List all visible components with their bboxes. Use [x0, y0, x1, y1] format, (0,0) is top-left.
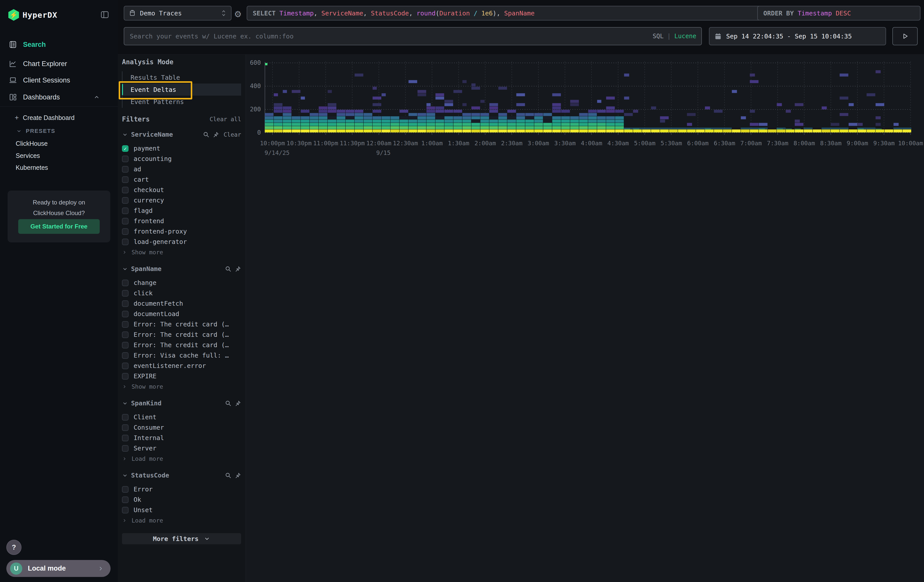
facet-option-documentfetch[interactable]: documentFetch: [122, 298, 241, 309]
search-icon[interactable]: [203, 131, 210, 138]
checkbox[interactable]: [122, 445, 129, 452]
facet-option-ad[interactable]: ad: [122, 164, 241, 174]
create-dashboard-button[interactable]: + Create Dashboard: [15, 112, 75, 123]
checkbox[interactable]: [122, 424, 129, 431]
pin-icon[interactable]: [234, 472, 241, 479]
checkbox[interactable]: [122, 187, 129, 193]
checkbox[interactable]: [122, 208, 129, 214]
checkbox[interactable]: [122, 218, 129, 224]
user-menu[interactable]: U Local mode: [6, 560, 111, 577]
facet-option-currency[interactable]: currency: [122, 195, 241, 206]
more-filters-button[interactable]: More filters: [122, 533, 241, 544]
checkbox[interactable]: [122, 414, 129, 420]
facet-show-more-button[interactable]: Show more: [122, 381, 241, 392]
facet-load-more-button[interactable]: Load more: [122, 515, 241, 526]
source-select[interactable]: Demo Traces: [124, 6, 231, 20]
facet-header[interactable]: StatusCode: [122, 472, 241, 479]
time-range-picker[interactable]: Sep 14 22:04:35 - Sep 15 10:04:35: [709, 27, 886, 45]
sidebar-item-dashboards[interactable]: Dashboards: [8, 91, 110, 104]
checkbox-checked[interactable]: ✓: [122, 145, 129, 152]
sidebar-item-clickhouse[interactable]: ClickHouse: [16, 138, 48, 149]
facet-option-expire[interactable]: EXPIRE: [122, 371, 241, 381]
tab-event-patterns[interactable]: Event Patterns: [122, 96, 241, 108]
facet-option-server[interactable]: Server: [122, 443, 241, 453]
facet-option-error[interactable]: Error: [122, 484, 241, 495]
facet-option-accounting[interactable]: accounting: [122, 153, 241, 164]
checkbox[interactable]: [122, 197, 129, 204]
tab-event-deltas[interactable]: Event Deltas: [122, 84, 241, 96]
facet-option-frontend-proxy[interactable]: frontend-proxy: [122, 226, 241, 237]
facet-option-ok[interactable]: Ok: [122, 495, 241, 505]
checkbox[interactable]: [122, 156, 129, 162]
facet-option-cart[interactable]: cart: [122, 174, 241, 185]
chevron-down-icon[interactable]: [122, 266, 128, 272]
checkbox[interactable]: [122, 352, 129, 359]
facet-option-documentload[interactable]: documentLoad: [122, 309, 241, 319]
search-icon[interactable]: [225, 400, 231, 407]
chevron-up-icon[interactable]: [93, 94, 100, 101]
facet-clear-button[interactable]: Clear: [224, 131, 241, 138]
sidebar-item-search[interactable]: Search: [8, 38, 46, 51]
tab-results-table[interactable]: Results Table: [122, 71, 241, 84]
checkbox[interactable]: [122, 166, 129, 173]
language-toggle[interactable]: SQL | Lucene: [653, 33, 696, 40]
help-button[interactable]: ?: [6, 540, 21, 555]
checkbox[interactable]: [122, 321, 129, 328]
facet-option-error-visa-cache-full-[interactable]: Error: Visa cache full: …: [122, 350, 241, 361]
facet-load-more-button[interactable]: Load more: [122, 453, 241, 464]
checkbox[interactable]: [122, 239, 129, 245]
checkbox[interactable]: [122, 311, 129, 317]
checkbox[interactable]: [122, 373, 129, 379]
facet-option-error-the-credit-card-[interactable]: Error: The credit card (…: [122, 340, 241, 350]
brand-logo[interactable]: ⚡ HyperDX: [8, 9, 58, 21]
facet-option-internal[interactable]: Internal: [122, 433, 241, 443]
chevron-down-icon[interactable]: [122, 472, 128, 478]
checkbox[interactable]: [122, 507, 129, 513]
facet-header[interactable]: ServiceNameClear: [122, 130, 241, 138]
checkbox[interactable]: [122, 280, 129, 286]
toggle-sql[interactable]: SQL: [653, 33, 663, 40]
search-icon[interactable]: [225, 266, 231, 272]
pin-icon[interactable]: [234, 266, 241, 272]
pin-icon[interactable]: [234, 400, 241, 407]
pin-icon[interactable]: [213, 131, 219, 138]
search-input[interactable]: [129, 32, 653, 40]
clear-all-button[interactable]: Clear all: [210, 116, 241, 122]
checkbox[interactable]: [122, 300, 129, 307]
checkbox[interactable]: [122, 496, 129, 503]
checkbox[interactable]: [122, 228, 129, 235]
checkbox[interactable]: [122, 342, 129, 348]
checkbox[interactable]: [122, 176, 129, 183]
gear-icon[interactable]: ⚙: [234, 9, 242, 19]
checkbox[interactable]: [122, 331, 129, 338]
facet-header[interactable]: SpanName: [122, 265, 241, 273]
sidebar-item-chart-explorer[interactable]: Chart Explorer: [8, 57, 67, 70]
facet-option-payment[interactable]: ✓payment: [122, 143, 241, 153]
checkbox[interactable]: [122, 290, 129, 297]
sidebar-item-services[interactable]: Services: [16, 150, 40, 161]
run-query-button[interactable]: [893, 27, 918, 45]
order-by-editor[interactable]: ORDER BY Timestamp DESC: [757, 6, 921, 20]
facet-header[interactable]: SpanKind: [122, 399, 241, 407]
toggle-lucene[interactable]: Lucene: [674, 33, 696, 40]
facet-option-eventlistener-error[interactable]: eventListener.error: [122, 361, 241, 371]
facet-option-error-the-credit-card-[interactable]: Error: The credit card (…: [122, 330, 241, 340]
facet-option-change[interactable]: change: [122, 278, 241, 288]
facet-option-unset[interactable]: Unset: [122, 505, 241, 515]
facet-show-more-button[interactable]: Show more: [122, 247, 241, 257]
facet-option-load-generator[interactable]: load-generator: [122, 237, 241, 247]
heatmap-canvas[interactable]: [265, 61, 911, 135]
facet-option-error-the-credit-card-[interactable]: Error: The credit card (…: [122, 319, 241, 330]
search-icon[interactable]: [225, 472, 231, 479]
presets-group-toggle[interactable]: PRESETS: [16, 125, 55, 137]
chevron-down-icon[interactable]: [122, 400, 128, 406]
facet-option-frontend[interactable]: frontend: [122, 216, 241, 226]
facet-option-client[interactable]: Client: [122, 412, 241, 422]
chevron-down-icon[interactable]: [122, 132, 128, 138]
get-started-button[interactable]: Get Started for Free: [18, 219, 100, 234]
facet-option-flagd[interactable]: flagd: [122, 206, 241, 216]
sidebar-item-client-sessions[interactable]: Client Sessions: [8, 74, 70, 87]
event-search-bar[interactable]: SQL | Lucene: [124, 27, 702, 45]
checkbox[interactable]: [122, 486, 129, 493]
sidebar-collapse-icon[interactable]: [100, 10, 109, 19]
